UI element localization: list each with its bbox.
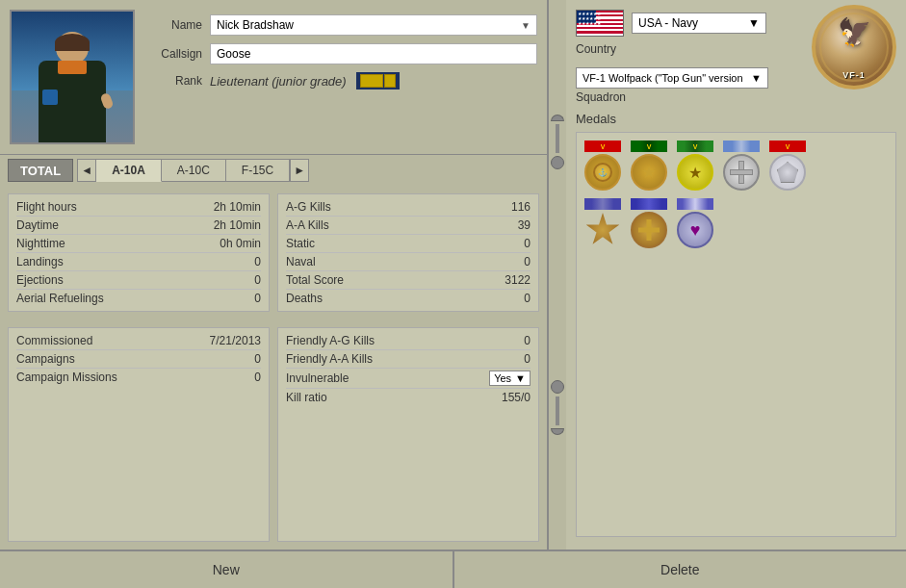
connector-top	[551, 115, 564, 169]
ag-kills-label: A-G Kills	[286, 200, 331, 214]
ag-kills-value: 116	[511, 200, 531, 214]
campaigns-value: 0	[254, 352, 261, 366]
landings-row: Landings 0	[16, 253, 261, 271]
medal-4-ribbon	[723, 141, 760, 152]
aerial-refueling-value: 0	[254, 292, 261, 305]
medal-purple-heart: ♥	[677, 198, 713, 248]
medal-2-star-icon: ★	[641, 162, 657, 183]
name-input[interactable]: Nick Bradshaw ▼	[210, 14, 537, 36]
tab-navigation: TOTAL ◄ A-10A A-10C F-15C ►	[0, 154, 547, 186]
static-value: 0	[524, 237, 531, 250]
friendly-aa-value: 0	[524, 352, 531, 366]
invulnerable-select[interactable]: Yes ▼	[489, 371, 531, 386]
campaigns-label: Campaigns	[16, 352, 75, 366]
name-label: Name	[144, 18, 202, 32]
delete-button[interactable]: Delete	[454, 550, 907, 588]
left-panel: Name Nick Bradshaw ▼ Callsign Goose Rank	[0, 0, 549, 550]
nighttime-label: Nighttime	[16, 237, 65, 250]
medal-1-disk: ⚓	[584, 154, 621, 191]
medal-bronze-star	[584, 198, 621, 248]
connector-bottom-circle	[551, 380, 564, 394]
friendly-ag-row: Friendly A-G Kills 0	[286, 332, 531, 350]
naval-label: Naval	[286, 255, 316, 268]
medal-1-ribbon: V	[584, 141, 621, 152]
invulnerable-dropdown-icon: ▼	[515, 372, 526, 384]
tab-a10c[interactable]: A-10C	[162, 159, 226, 182]
country-dropdown-icon: ▼	[748, 16, 760, 30]
connector-bottom-cap	[551, 428, 564, 435]
rank-label: Rank	[144, 74, 202, 88]
ejections-row: Ejections 0	[16, 271, 261, 290]
rank-insignia	[356, 72, 400, 89]
new-button[interactable]: New	[0, 550, 453, 588]
naval-row: Naval 0	[286, 253, 531, 271]
pilot-avatar	[10, 10, 135, 144]
friendly-ag-value: 0	[524, 334, 531, 347]
lower-left-box: Commissioned 7/21/2013 Campaigns 0 Campa…	[8, 327, 270, 542]
ejections-label: Ejections	[16, 273, 64, 287]
flag-stars: ★★★★★★★★★★★★★★★★★★	[577, 11, 596, 27]
medal-4-cross	[730, 161, 753, 184]
stats-area: Flight hours 2h 10min Daytime 2h 10min N…	[0, 186, 547, 320]
medal-silver-medallion: V	[769, 141, 806, 191]
squadron-label: Squadron	[576, 90, 896, 104]
tab-f15c[interactable]: F-15C	[226, 159, 290, 182]
squadron-select[interactable]: VF-1 Wolfpack ("Top Gun" version ▼	[576, 67, 768, 89]
invulnerable-label: Invulnerable	[286, 371, 349, 385]
medal-1-center: ⚓	[593, 163, 612, 182]
medal-3-ribbon: V	[677, 141, 713, 152]
medal-5-shape	[777, 162, 798, 183]
commissioned-row: Commissioned 7/21/2013	[16, 332, 261, 350]
medal-6-star-shape	[585, 213, 620, 247]
medal-2-disk: ★	[631, 154, 667, 191]
invulnerable-value: Yes	[494, 372, 511, 384]
total-score-row: Total Score 3122	[286, 271, 531, 290]
static-row: Static 0	[286, 235, 531, 253]
friendly-aa-row: Friendly A-A Kills 0	[286, 350, 531, 369]
medal-1-anchor: ⚓	[598, 168, 608, 177]
rank-row: Rank Lieutenant (junior grade)	[144, 72, 537, 89]
aa-kills-row: A-A Kills 39	[286, 217, 531, 235]
connector-top-stem	[556, 124, 559, 153]
callsign-input[interactable]: Goose	[210, 43, 537, 64]
aa-kills-label: A-A Kills	[286, 218, 329, 232]
aerial-refueling-label: Aerial Refuelings	[16, 292, 104, 305]
medal-2-ribbon: V	[631, 141, 667, 152]
callsign-row: Callsign Goose	[144, 43, 537, 64]
right-panel: ★★★★★★★★★★★★★★★★★★ USA - Navy ▼ Country …	[566, 0, 906, 550]
tab-a10a[interactable]: A-10A	[96, 159, 162, 182]
medals-row-1: V ⚓ V ★	[584, 141, 888, 191]
callsign-label: Callsign	[144, 47, 202, 61]
medal-5-ribbon: V	[769, 141, 806, 152]
friendly-aa-label: Friendly A-A Kills	[286, 352, 373, 366]
tab-left-arrow[interactable]: ◄	[77, 159, 96, 182]
total-score-label: Total Score	[286, 273, 344, 287]
medal-4-disk	[723, 154, 760, 191]
kill-ratio-row: Kill ratio 155/0	[286, 389, 531, 406]
squadron-value: VF-1 Wolfpack ("Top Gun" version	[582, 72, 743, 84]
nighttime-value: 0h 0min	[220, 237, 261, 250]
medal-bronze-star-v: V ⚓	[584, 141, 621, 191]
medal-8-disk: ♥	[677, 212, 713, 248]
tab-right-arrow[interactable]: ►	[290, 159, 309, 182]
campaign-missions-label: Campaign Missions	[16, 371, 117, 384]
campaigns-row: Campaigns 0	[16, 350, 261, 369]
country-select[interactable]: USA - Navy ▼	[632, 13, 766, 34]
medal-7-cross	[638, 219, 660, 241]
medals-label: Medals	[576, 112, 896, 126]
medal-2-v: V	[647, 143, 652, 150]
connector-bottom-stem	[556, 396, 559, 425]
connector-top-circle	[551, 156, 564, 169]
ejections-value: 0	[254, 273, 261, 287]
kill-ratio-value: 155/0	[502, 391, 531, 404]
medal-3-star-icon: ★	[688, 164, 702, 182]
lower-right-box: Friendly A-G Kills 0 Friendly A-A Kills …	[277, 327, 539, 542]
total-tab[interactable]: TOTAL	[8, 159, 73, 182]
flight-hours-label: Flight hours	[16, 200, 77, 214]
daytime-value: 2h 10min	[214, 218, 261, 232]
flight-hours-row: Flight hours 2h 10min	[16, 198, 261, 217]
aa-kills-value: 39	[518, 218, 531, 232]
squadron-dropdown-icon: ▼	[751, 72, 762, 84]
medals-row-2: ♥	[584, 198, 888, 248]
medals-section: Medals V ⚓	[576, 112, 896, 540]
